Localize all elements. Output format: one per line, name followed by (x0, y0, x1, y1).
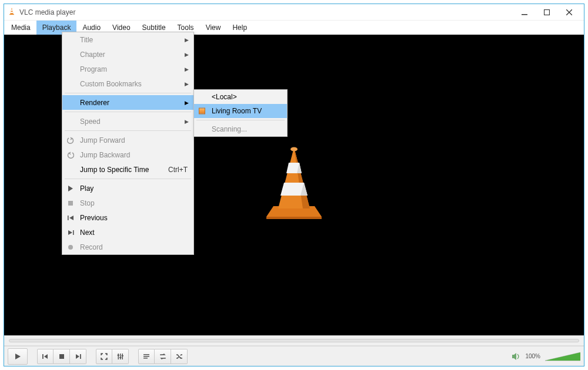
chevron-right-icon: ▶ (185, 52, 189, 58)
jump-backward-icon (66, 151, 75, 159)
record-icon (66, 243, 75, 251)
svg-rect-24 (118, 354, 119, 359)
previous-button[interactable] (37, 349, 54, 364)
renderer-living-room-tv[interactable]: Living Room TV (194, 104, 287, 118)
menu-media[interactable]: Media (5, 21, 36, 35)
svg-rect-23 (80, 354, 81, 359)
jump-forward-icon (66, 136, 75, 144)
window-title: VLC media player (19, 8, 75, 16)
svg-rect-25 (120, 354, 121, 359)
shuffle-button[interactable] (171, 349, 188, 364)
svg-rect-28 (119, 357, 122, 358)
loop-button[interactable] (155, 349, 171, 364)
play-button[interactable] (8, 348, 28, 365)
svg-marker-10 (266, 217, 322, 219)
previous-icon (66, 214, 75, 222)
chevron-right-icon: ▶ (185, 66, 189, 72)
menu-speed[interactable]: Speed▶ (62, 114, 193, 129)
next-button[interactable] (70, 349, 86, 364)
vlc-cone-logo (256, 143, 332, 227)
menu-program[interactable]: Program▶ (62, 62, 193, 76)
svg-rect-4 (522, 14, 527, 15)
menu-previous[interactable]: Previous (62, 210, 193, 225)
stop-button[interactable] (54, 349, 70, 364)
chevron-right-icon: ▶ (185, 81, 189, 87)
playlist-button[interactable] (138, 349, 155, 364)
playlist-group (138, 349, 188, 364)
seek-track[interactable] (9, 339, 579, 342)
svg-rect-30 (143, 354, 149, 355)
svg-marker-0 (10, 8, 14, 14)
svg-marker-39 (69, 216, 74, 220)
menu-jump-backward[interactable]: Jump Backward (62, 147, 193, 162)
menu-jump-forward[interactable]: Jump Forward (62, 133, 193, 147)
separator (65, 93, 191, 93)
stop-icon (66, 199, 75, 207)
svg-marker-36 (68, 186, 73, 191)
menu-view[interactable]: View (200, 21, 227, 35)
titlebar: VLC media player (4, 4, 584, 21)
maximize-button[interactable] (536, 5, 558, 20)
next-icon (66, 228, 75, 237)
menu-chapter[interactable]: Chapter▶ (62, 47, 193, 62)
mute-button[interactable] (511, 351, 522, 362)
vlc-cone-icon (8, 7, 16, 17)
chevron-right-icon: ▶ (185, 119, 189, 125)
shortcut-label: Ctrl+T (168, 166, 188, 174)
nav-group (37, 349, 86, 364)
separator (196, 120, 285, 120)
extended-settings-button[interactable] (112, 349, 129, 364)
renderer-scanning: Scanning... (194, 122, 287, 136)
svg-marker-20 (44, 354, 48, 359)
chevron-right-icon: ▶ (185, 100, 189, 106)
separator (65, 179, 191, 179)
menu-jump-to-time[interactable]: Jump to Specific Time Ctrl+T (62, 162, 193, 177)
menu-renderer[interactable]: Renderer▶ (62, 95, 193, 110)
svg-rect-29 (121, 355, 123, 356)
menu-help[interactable]: Help (226, 21, 253, 35)
svg-rect-26 (122, 354, 123, 359)
view-group (96, 349, 129, 364)
svg-point-17 (290, 147, 298, 152)
volume-percent: 100% (525, 353, 540, 359)
svg-marker-40 (68, 230, 72, 235)
svg-rect-38 (68, 216, 69, 220)
fullscreen-button[interactable] (96, 349, 112, 364)
svg-rect-32 (143, 358, 148, 359)
svg-marker-1 (11, 9, 13, 11)
separator (65, 112, 191, 112)
svg-marker-33 (512, 353, 516, 360)
svg-rect-31 (143, 356, 149, 357)
controls-bar: 100% (4, 346, 584, 366)
svg-rect-21 (59, 354, 64, 359)
svg-rect-5 (544, 9, 550, 15)
chevron-right-icon: ▶ (185, 37, 189, 43)
svg-rect-41 (73, 230, 74, 235)
play-icon (66, 184, 75, 193)
svg-point-42 (68, 245, 73, 250)
playback-dropdown: Title▶ Chapter▶ Program▶ Custom Bookmark… (62, 32, 194, 255)
menu-stop[interactable]: Stop (62, 196, 193, 210)
menu-title[interactable]: Title▶ (62, 32, 193, 47)
renderer-local[interactable]: <Local> (194, 90, 287, 104)
svg-rect-19 (42, 354, 44, 359)
menu-play[interactable]: Play (62, 181, 193, 196)
minimize-button[interactable] (513, 5, 536, 20)
close-button[interactable] (558, 5, 580, 20)
separator (65, 130, 191, 131)
seekbar[interactable] (4, 335, 584, 346)
svg-rect-27 (117, 355, 119, 356)
volume-slider[interactable] (545, 351, 580, 362)
svg-rect-3 (9, 14, 14, 15)
renderer-submenu: <Local> Living Room TV Scanning... (193, 89, 288, 137)
svg-rect-37 (68, 201, 73, 206)
svg-marker-2 (11, 12, 13, 13)
menu-next[interactable]: Next (62, 225, 193, 240)
svg-marker-22 (76, 354, 79, 359)
menu-custom-bookmarks[interactable]: Custom Bookmarks▶ (62, 76, 193, 91)
svg-marker-18 (15, 354, 21, 359)
radio-selected-icon (199, 108, 205, 115)
menu-record[interactable]: Record (62, 240, 193, 254)
